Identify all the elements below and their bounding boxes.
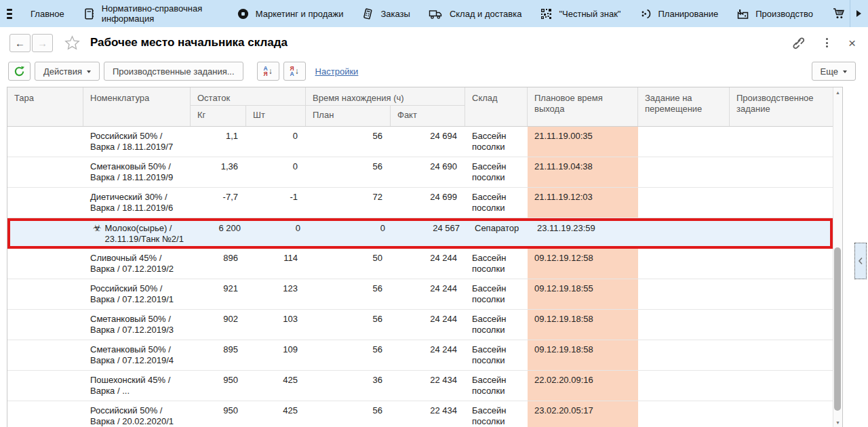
- table-row[interactable]: Сметанковый 50% / Варка / 18.11.2019/9 1…: [7, 157, 833, 188]
- delivery-truck-icon: [429, 7, 443, 20]
- column-header-kg[interactable]: Кг: [191, 106, 246, 126]
- scroll-down-icon[interactable]: ▼: [835, 418, 840, 427]
- menu-item-production[interactable]: Производство: [736, 7, 813, 20]
- cell-tara: [7, 127, 83, 157]
- table-row[interactable]: Пошехонский 45% / Варка / ... 950 425 36…: [7, 371, 833, 401]
- back-button[interactable]: ←: [9, 34, 31, 52]
- sort-ascending-button[interactable]: АЯ ↓: [257, 62, 279, 81]
- cell-prod-task: [730, 157, 833, 187]
- cell-fact: 24 244: [391, 310, 465, 340]
- cell-tara: [7, 157, 83, 187]
- cell-fact: 24 699: [391, 188, 465, 218]
- cell-fact: 24 244: [391, 340, 465, 370]
- menu-item-planning[interactable]: Планирование: [639, 7, 719, 20]
- menu-item-warehouse-delivery[interactable]: Склад и доставка: [429, 7, 522, 20]
- cell-warehouse: Бассейн посолки: [465, 340, 528, 370]
- cell-tara: [7, 401, 83, 427]
- favorite-star-icon[interactable]: [64, 35, 80, 50]
- column-header-warehouse[interactable]: Склад: [465, 87, 528, 126]
- column-header-plan[interactable]: План: [306, 106, 391, 126]
- cell-planned-exit: 21.11.19.04:38: [528, 157, 638, 187]
- menu-item-main[interactable]: Главное: [31, 9, 64, 19]
- cell-planned-exit: 21.11.19.00:35: [528, 127, 638, 157]
- cell-kg: 6 200: [193, 221, 249, 246]
- production-tasks-button[interactable]: Производственные задания...: [104, 62, 243, 81]
- nomenclature-text: Сметанковый 50% / Варка / 18.11.2019/9: [90, 161, 184, 184]
- menu-item-reference-info[interactable]: Нормативно-справочная информация: [83, 3, 218, 24]
- cell-prod-task: [730, 371, 833, 401]
- cell-move-task: [638, 279, 730, 309]
- cell-warehouse: Бассейн посолки: [465, 157, 528, 187]
- column-group-time-label[interactable]: Время нахождения (ч): [306, 87, 465, 106]
- column-header-pcs[interactable]: Шт: [246, 106, 306, 126]
- cart-icon[interactable]: [831, 6, 846, 21]
- cell-kg: 895: [191, 340, 246, 370]
- sort-ascending-icon: АЯ: [264, 66, 268, 77]
- table-row[interactable]: ☣ Молоко(сырье) / 23.11.19/Танк №2/1 6 2…: [7, 218, 833, 249]
- cell-nomenclature: ☣ Молоко(сырье) / 23.11.19/Танк №2/1: [86, 221, 193, 246]
- qr-code-icon: [540, 7, 553, 20]
- refresh-button[interactable]: [8, 62, 31, 81]
- hamburger-menu-icon[interactable]: [7, 9, 12, 19]
- cell-warehouse: Бассейн посолки: [465, 188, 528, 218]
- more-button[interactable]: Еще: [812, 62, 856, 81]
- menu-item-orders[interactable]: Заказы: [361, 7, 410, 20]
- column-header-planned-exit[interactable]: Плановое время выхода: [528, 87, 638, 126]
- column-header-nomenclature[interactable]: Номенклатура: [83, 87, 191, 126]
- panel-collapse-handle[interactable]: [854, 243, 867, 279]
- column-header-prod-task[interactable]: Производственное задание: [730, 87, 833, 126]
- table-body: Российский 50% / Варка / 18.11.2019/7 1,…: [7, 127, 833, 427]
- forward-button[interactable]: →: [32, 34, 53, 52]
- table-row[interactable]: Российский 50% / Варка / 20.02.2020/1 95…: [7, 401, 833, 427]
- table-row[interactable]: Диетический 30% / Варка / 18.11.2019/6 -…: [7, 188, 833, 218]
- kebab-menu-icon[interactable]: [825, 37, 829, 49]
- table-row[interactable]: Сметанковый 50% / Варка / 07.12.2019/4 8…: [7, 340, 833, 371]
- cell-move-task: [638, 371, 730, 401]
- cell-kg: -7,7: [191, 188, 246, 218]
- column-group-remainder-label[interactable]: Остаток: [191, 87, 306, 106]
- cell-fact: 22 434: [391, 401, 465, 427]
- scrollbar-track[interactable]: [833, 97, 842, 418]
- cell-prod-task: [732, 221, 830, 246]
- cell-nomenclature: Российский 50% / Варка / 07.12.2019/1: [83, 279, 191, 309]
- cell-move-task: [638, 188, 730, 218]
- sort-descending-button[interactable]: ЯА ↓: [283, 62, 306, 81]
- settings-link[interactable]: Настройки: [315, 66, 359, 77]
- nomenclature-text: Сливочный 45% / Варка / 07.12.2019/2: [90, 253, 184, 275]
- menu-item-chestny-znak[interactable]: "Честный знак": [540, 7, 620, 20]
- column-header-move-task[interactable]: Задание на перемещение: [638, 87, 730, 126]
- cell-prod-task: [730, 401, 833, 427]
- menu-item-marketing-sales[interactable]: Маркетинг и продажи: [237, 7, 344, 20]
- table-row[interactable]: Сметанковый 50% / Варка / 07.12.2019/3 9…: [7, 310, 833, 340]
- cell-pcs: 0: [246, 157, 306, 187]
- table-row[interactable]: Российский 50% / Варка / 07.12.2019/1 92…: [7, 279, 833, 310]
- scrollbar-thumb[interactable]: [834, 247, 841, 411]
- cell-tara: [10, 221, 86, 246]
- table-row[interactable]: Российский 50% / Варка / 18.11.2019/7 1,…: [7, 127, 833, 157]
- cell-move-task: [638, 157, 730, 187]
- vertical-scrollbar[interactable]: ▲ ▼: [833, 87, 842, 427]
- topbar-right-controls: [831, 0, 864, 27]
- link-chain-icon[interactable]: [792, 36, 806, 49]
- column-header-tara[interactable]: Тара: [7, 87, 83, 126]
- menu-item-label: Маркетинг и продажи: [256, 9, 344, 19]
- actions-button[interactable]: Действия: [35, 62, 100, 81]
- close-icon[interactable]: ×: [848, 37, 856, 49]
- calculator-icon: [361, 7, 374, 20]
- cell-planned-exit: 09.12.19.18:55: [528, 279, 638, 309]
- table-row[interactable]: Сливочный 45% / Варка / 07.12.2019/2 896…: [7, 249, 833, 279]
- cell-plan: 36: [306, 371, 391, 401]
- cell-prod-task: [730, 127, 833, 157]
- nomenclature-text: Пошехонский 45% / Варка / ...: [90, 375, 184, 397]
- cell-tara: [7, 310, 83, 340]
- menu-item-label: Производство: [755, 9, 813, 19]
- chevron-right-icon[interactable]: [856, 10, 861, 17]
- scroll-up-icon[interactable]: ▲: [835, 87, 840, 97]
- column-header-fact[interactable]: Факт: [391, 106, 465, 126]
- cell-pcs: 114: [246, 249, 306, 279]
- cell-tara: [7, 188, 83, 218]
- cell-planned-exit: 22.02.20.09:16: [528, 371, 638, 401]
- window-title-bar: ← → Рабочее место начальника склада ×: [0, 27, 868, 58]
- biohazard-icon: ☣: [93, 223, 102, 233]
- cell-prod-task: [730, 249, 833, 279]
